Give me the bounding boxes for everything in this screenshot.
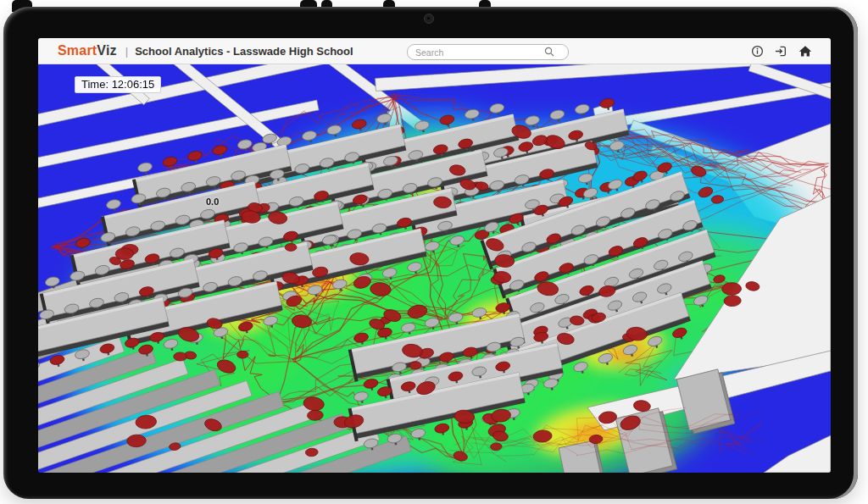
header-actions (751, 45, 812, 58)
info-icon[interactable] (751, 45, 764, 58)
page: SmartViz | School Analytics - Lasswade H… (0, 0, 868, 504)
brand-smart: Smart (58, 43, 97, 58)
brand-separator: | (125, 45, 128, 58)
brand-viz: Viz (97, 43, 116, 58)
simulation-viewport-wrap: Time: 12:06:15 0.0 (38, 64, 831, 473)
page-title: School Analytics - Lasswade High School (135, 45, 353, 58)
app-screen: SmartViz | School Analytics - Lasswade H… (38, 38, 831, 473)
density-value-label: 0.0 (206, 197, 219, 207)
search-input[interactable] (407, 44, 569, 60)
home-icon[interactable] (798, 45, 812, 58)
simulation-viewport[interactable] (38, 64, 831, 473)
front-camera (424, 14, 434, 24)
brand-logo: SmartViz (58, 43, 117, 58)
app-header: SmartViz | School Analytics - Lasswade H… (38, 38, 831, 64)
sign-in-icon[interactable] (775, 45, 787, 58)
time-label: Time: 12:06:15 (75, 76, 161, 93)
